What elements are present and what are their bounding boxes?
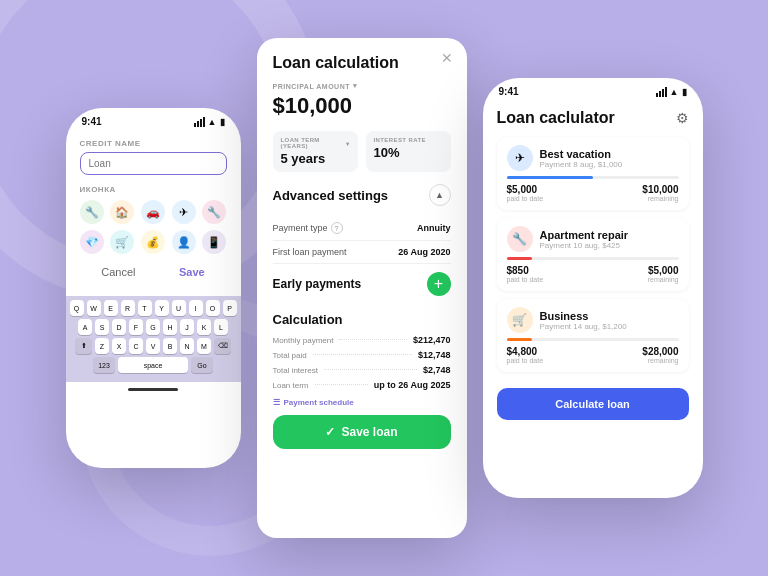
status-bar-left: 9:41 ▲ ▮: [66, 108, 241, 131]
calc-total-paid-label: Total paid: [273, 351, 307, 360]
key-z[interactable]: Z: [95, 338, 109, 354]
icon-item[interactable]: 🏠: [110, 200, 134, 224]
loan-vacation-progress-bg: [507, 176, 679, 179]
key-space[interactable]: space: [118, 357, 188, 373]
credit-name-input[interactable]: [80, 152, 227, 175]
interest-rate-field[interactable]: INTEREST RATE 10%: [366, 131, 451, 172]
key-l[interactable]: L: [214, 319, 228, 335]
key-a[interactable]: A: [78, 319, 92, 335]
credit-name-label: CREDIT NAME: [80, 139, 227, 148]
principal-label: PRINCIPAL AMOUNT ▾: [273, 82, 451, 90]
icon-section-label: ИКОНКА: [80, 185, 227, 194]
status-icons-right: ▲ ▮: [656, 87, 687, 97]
icon-item[interactable]: 🚗: [141, 200, 165, 224]
loan-apartment-progress-bg: [507, 257, 679, 260]
key-n[interactable]: N: [180, 338, 194, 354]
key-h[interactable]: H: [163, 319, 177, 335]
calc-dots-2: [313, 354, 412, 355]
first-payment-label: First loan payment: [273, 247, 347, 257]
loan-apartment-payment: Payment 10 aug, $425: [540, 241, 629, 250]
key-e[interactable]: E: [104, 300, 118, 316]
keyboard-row-4: 123 space Go: [69, 357, 238, 373]
key-r[interactable]: R: [121, 300, 135, 316]
add-early-payment-button[interactable]: +: [427, 272, 451, 296]
icon-item[interactable]: ✈: [172, 200, 196, 224]
key-delete[interactable]: ⌫: [214, 338, 231, 354]
key-d[interactable]: D: [112, 319, 126, 335]
loan-card-business-header: 🛒 Business Payment 14 aug, $1,200: [507, 307, 679, 333]
key-k[interactable]: K: [197, 319, 211, 335]
key-b[interactable]: B: [163, 338, 177, 354]
key-q[interactable]: Q: [70, 300, 84, 316]
icon-item[interactable]: 💎: [80, 230, 104, 254]
key-c[interactable]: C: [129, 338, 143, 354]
key-g[interactable]: G: [146, 319, 160, 335]
modal-title: Loan calculation: [273, 54, 451, 72]
list-icon: ☰: [273, 398, 280, 407]
key-i[interactable]: I: [189, 300, 203, 316]
wifi-icon: ▲: [208, 117, 217, 127]
loan-card-apartment: 🔧 Apartment repair Payment 10 aug, $425 …: [497, 218, 689, 291]
first-payment-row: First loan payment 26 Aug 2020: [273, 241, 451, 264]
advanced-settings-toggle[interactable]: ▲: [429, 184, 451, 206]
screens-container: 9:41 ▲ ▮ CREDIT NAME ИКОНКА 🔧 🏠 🚗 ✈: [66, 38, 703, 538]
loan-business-progress-fill: [507, 338, 533, 341]
cancel-button[interactable]: Cancel: [101, 266, 135, 278]
save-loan-button[interactable]: ✓ Save loan: [273, 415, 451, 449]
loan-fields-row: LOAN TERM (YEARS) ▾ 5 years INTEREST RAT…: [273, 131, 451, 172]
key-m[interactable]: M: [197, 338, 211, 354]
key-go[interactable]: Go: [191, 357, 213, 373]
key-s[interactable]: S: [95, 319, 109, 335]
advanced-settings-title: Advanced settings: [273, 188, 389, 203]
loan-vacation-payment: Payment 8 aug, $1,000: [540, 160, 623, 169]
calc-row-total-paid: Total paid $12,748: [273, 350, 451, 360]
icon-item[interactable]: 📱: [202, 230, 226, 254]
settings-icon[interactable]: ⚙: [676, 110, 689, 126]
calc-total-interest-label: Total interest: [273, 366, 318, 375]
payment-schedule-link[interactable]: ☰ Payment schedule: [273, 398, 451, 407]
right-phone-inner: 9:41 ▲ ▮ Loan caclulator ⚙: [483, 78, 703, 498]
key-v[interactable]: V: [146, 338, 160, 354]
loan-business-paid: $4,800 paid to date: [507, 346, 544, 364]
loan-term-field[interactable]: LOAN TERM (YEARS) ▾ 5 years: [273, 131, 358, 172]
early-payments-label: Early payments: [273, 277, 362, 291]
modal-close-button[interactable]: ✕: [441, 50, 453, 66]
calc-dots-4: [315, 384, 368, 385]
icon-item[interactable]: 🔧: [202, 200, 226, 224]
key-x[interactable]: X: [112, 338, 126, 354]
loan-vacation-progress-fill: [507, 176, 593, 179]
calc-dots-1: [339, 339, 407, 340]
icon-item[interactable]: 🛒: [110, 230, 134, 254]
calc-loan-term-value: up to 26 Aug 2025: [374, 380, 451, 390]
key-u[interactable]: U: [172, 300, 186, 316]
icon-item[interactable]: 🔧: [80, 200, 104, 224]
key-w[interactable]: W: [87, 300, 101, 316]
calc-dots-3: [324, 369, 417, 370]
loan-business-name: Business: [540, 310, 627, 322]
loan-apartment-icon: 🔧: [507, 226, 533, 252]
save-button[interactable]: Save: [179, 266, 205, 278]
key-f[interactable]: F: [129, 319, 143, 335]
key-o[interactable]: O: [206, 300, 220, 316]
key-t[interactable]: T: [138, 300, 152, 316]
calc-loan-term-label: Loan term: [273, 381, 309, 390]
key-numbers[interactable]: 123: [93, 357, 115, 373]
right-phone-title: Loan caclulator: [497, 109, 615, 127]
wifi-icon-right: ▲: [670, 87, 679, 97]
keyboard-row-3: ⬆ Z X C V B N M ⌫: [69, 338, 238, 354]
status-icons-left: ▲ ▮: [194, 117, 225, 127]
payment-type-hint-icon[interactable]: ?: [331, 222, 343, 234]
loan-card-vacation: ✈ Best vacation Payment 8 aug, $1,000 $5…: [497, 137, 689, 210]
key-y[interactable]: Y: [155, 300, 169, 316]
battery-icon: ▮: [220, 117, 225, 127]
key-j[interactable]: J: [180, 319, 194, 335]
calculate-loan-button[interactable]: Calculate loan: [497, 388, 689, 420]
icon-item[interactable]: 👤: [172, 230, 196, 254]
loan-term-chevron-icon: ▾: [346, 140, 349, 147]
payment-type-value: Annuity: [417, 223, 451, 233]
key-shift[interactable]: ⬆: [75, 338, 92, 354]
calc-row-total-interest: Total interest $2,748: [273, 365, 451, 375]
calc-total-interest-value: $2,748: [423, 365, 451, 375]
icon-item[interactable]: 💰: [141, 230, 165, 254]
key-p[interactable]: P: [223, 300, 237, 316]
